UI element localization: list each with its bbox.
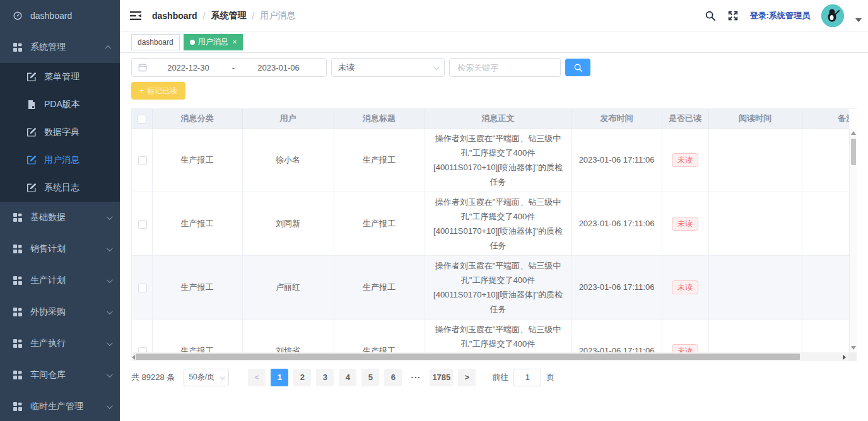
cell-publish-time: 2023-01-06 17:11:06 (572, 129, 662, 192)
chevron-down-icon (107, 371, 113, 378)
sidebar-item-生产执行[interactable]: 生产执行 (0, 328, 120, 359)
scroll-left-icon[interactable] (132, 355, 135, 360)
row-checkbox[interactable] (138, 347, 147, 352)
cell-read-time (708, 319, 802, 352)
date-range-separator: - (230, 63, 237, 72)
cell-title: 生产报工 (334, 192, 425, 255)
grid-icon (13, 307, 23, 317)
date-range-picker[interactable]: 2022-12-30 - 2023-01-06 (131, 58, 327, 77)
goto-page-input[interactable] (513, 369, 541, 386)
page-size-select[interactable]: 50条/页 (184, 369, 229, 386)
edit-icon (26, 127, 37, 137)
row-checkbox[interactable] (138, 284, 147, 292)
sidebar-item-dashboard[interactable]: dashboard (0, 0, 120, 32)
sidebar-item-菜单管理[interactable]: 菜单管理 (0, 63, 120, 91)
cell-remark (802, 129, 849, 192)
search-button[interactable] (565, 59, 590, 76)
login-user-label[interactable]: 登录:系统管理员 (750, 10, 810, 21)
sidebar-item-销售计划[interactable]: 销售计划 (0, 233, 120, 265)
close-icon[interactable]: × (233, 38, 237, 45)
sidebar-item-用户消息[interactable]: 用户消息 (0, 146, 120, 174)
search-icon[interactable] (705, 10, 716, 21)
breadcrumb-item-system[interactable]: 系统管理 (211, 10, 246, 21)
cell-remark (802, 255, 849, 319)
breadcrumb-item-current: 用户消息 (260, 10, 295, 21)
next-page-button[interactable]: > (458, 369, 476, 386)
page-button-4[interactable]: 4 (339, 369, 356, 386)
column-header-用户: 用户 (242, 109, 334, 128)
calendar-icon (138, 63, 147, 72)
hamburger-icon[interactable] (129, 9, 142, 22)
horizontal-scrollbar[interactable] (131, 352, 857, 361)
sidebar-item-基础数据[interactable]: 基础数据 (0, 202, 120, 233)
tab-用户消息[interactable]: 用户消息× (184, 34, 243, 50)
chevron-down-icon (220, 374, 225, 379)
sidebar-item-label: 车间仓库 (30, 369, 66, 381)
table-body: 生产报工徐小名生产报工操作者刘玉霞在"平端面、钻三级中孔"工序提交了400件[4… (132, 129, 849, 352)
sidebar-item-外协采购[interactable]: 外协采购 (0, 296, 120, 328)
edit-icon (26, 183, 37, 193)
tab-dashboard[interactable]: dashboard (131, 34, 180, 50)
scrollbar-corner (848, 352, 857, 361)
table-row: 生产报工卢丽红生产报工操作者刘玉霞在"平端面、钻三级中孔"工序提交了400件[4… (132, 255, 849, 319)
fullscreen-icon[interactable] (727, 10, 739, 21)
filter-row: 2022-12-30 - 2023-01-06 未读 (131, 58, 868, 77)
sidebar-item-label: PDA版本 (44, 99, 80, 110)
cell-read-status: 未读 (662, 255, 708, 319)
sidebar-item-数据字典[interactable]: 数据字典 (0, 118, 120, 146)
read-status-value: 未读 (338, 62, 355, 73)
table-header: 消息分类用户消息标题消息正文发布时间是否已读阅读时间备注 (132, 109, 849, 129)
date-end-value[interactable]: 2023-01-06 (237, 63, 320, 72)
row-select-cell (132, 129, 152, 192)
scroll-up-icon[interactable] (851, 131, 856, 135)
page-content: 2022-12-30 - 2023-01-06 未读 + (120, 53, 868, 421)
page-button-1[interactable]: 1 (271, 369, 288, 386)
cell-content: 操作者刘玉霞在"平端面、钻三级中孔"工序提交了400件[40011S0170+1… (425, 255, 572, 319)
row-select-cell (132, 255, 152, 319)
tab-label: 用户消息 (198, 37, 228, 47)
page-button-1785[interactable]: 1785 (430, 369, 453, 386)
keyword-search-input[interactable] (449, 58, 561, 77)
cell-category: 生产报工 (152, 192, 242, 255)
search-icon (573, 63, 583, 72)
page-button-6[interactable]: 6 (384, 369, 402, 386)
goto-unit-label: 页 (546, 372, 554, 383)
sidebar-item-label: 系统日志 (44, 182, 79, 193)
user-menu-caret-icon[interactable] (855, 18, 862, 22)
row-checkbox[interactable] (138, 156, 147, 165)
scroll-right-icon[interactable] (843, 355, 846, 360)
row-checkbox[interactable] (138, 220, 147, 229)
sidebar-item-临时生产管理[interactable]: 临时生产管理 (0, 391, 120, 421)
sidebar-item-车间仓库[interactable]: 车间仓库 (0, 359, 120, 391)
column-header-消息标题: 消息标题 (334, 109, 425, 128)
column-header-发布时间: 发布时间 (572, 109, 662, 128)
vertical-scrollbar[interactable] (849, 129, 857, 352)
select-all-checkbox[interactable] (138, 115, 146, 124)
grid-icon (13, 244, 23, 254)
avatar[interactable] (821, 4, 844, 27)
breadcrumb-item-dashboard[interactable]: dashboard (152, 11, 197, 21)
grid-icon (13, 42, 23, 52)
sidebar-item-系统管理[interactable]: 系统管理 (0, 32, 120, 63)
sidebar-item-生产计划[interactable]: 生产计划 (0, 265, 120, 296)
breadcrumb-separator: / (252, 11, 254, 21)
page-ellipsis[interactable]: ··· (407, 369, 425, 386)
date-start-value[interactable]: 2022-12-30 (147, 63, 230, 72)
plus-icon: + (139, 86, 144, 95)
page-button-3[interactable]: 3 (316, 369, 334, 386)
scroll-down-icon[interactable] (851, 346, 856, 350)
cell-category: 生产报工 (152, 255, 242, 319)
page-button-2[interactable]: 2 (293, 369, 311, 386)
cell-read-status: 未读 (662, 319, 708, 352)
cell-category: 生产报工 (152, 319, 242, 352)
horizontal-scroll-thumb[interactable] (136, 354, 800, 360)
prev-page-button[interactable]: < (248, 369, 266, 386)
cell-publish-time: 2023-01-06 17:11:06 (572, 255, 662, 319)
sidebar-item-系统日志[interactable]: 系统日志 (0, 174, 120, 202)
mark-read-button[interactable]: + 标记已读 (131, 82, 185, 100)
breadcrumb: dashboard / 系统管理 / 用户消息 (152, 10, 295, 21)
sidebar-item-PDA版本[interactable]: PDA版本 (0, 91, 120, 118)
page-button-5[interactable]: 5 (361, 369, 379, 386)
read-status-select[interactable]: 未读 (331, 58, 445, 77)
vertical-scroll-thumb[interactable] (851, 139, 856, 165)
